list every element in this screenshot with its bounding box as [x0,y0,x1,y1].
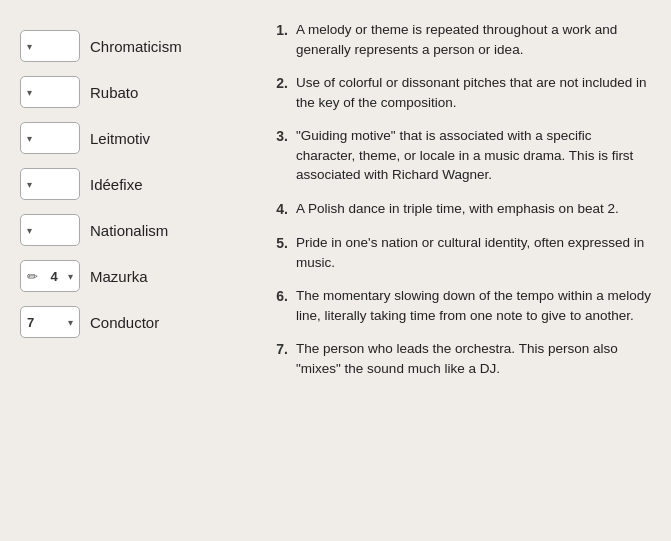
definition-text: Pride in one's nation or cultural identi… [296,233,651,272]
definition-text: The person who leads the orchestra. This… [296,339,651,378]
definition-item-6: 6.The momentary slowing down of the temp… [270,286,651,325]
term-label: Mazurka [90,268,148,285]
answer-dropdown-2[interactable]: ▾ [20,122,80,154]
answer-dropdown-3[interactable]: ▾ [20,168,80,200]
chevron-down-icon: ▾ [68,317,73,328]
definition-text: Use of colorful or dissonant pitches tha… [296,73,651,112]
pencil-icon: ✏ [27,269,38,284]
left-item-rubato: ▾Rubato [20,76,240,108]
answer-dropdown-4[interactable]: ▾ [20,214,80,246]
definition-number: 1. [270,20,288,59]
definition-number: 7. [270,339,288,378]
chevron-down-icon: ▾ [68,271,73,282]
definition-text: A Polish dance in triple time, with emph… [296,199,651,219]
left-matching-column: ▾Chromaticism▾Rubato▾Leitmotiv▾Idéefixe▾… [20,20,240,521]
definition-number: 5. [270,233,288,272]
chevron-down-icon: ▾ [27,225,32,236]
definition-text: The momentary slowing down of the tempo … [296,286,651,325]
term-label: Conductor [90,314,159,331]
definition-number: 2. [270,73,288,112]
term-label: Idéefixe [90,176,143,193]
term-label: Chromaticism [90,38,182,55]
left-item-conductor: 7▾Conductor [20,306,240,338]
selected-number: 7 [27,315,34,330]
definition-number: 3. [270,126,288,185]
definition-item-4: 4.A Polish dance in triple time, with em… [270,199,651,219]
left-item-leitmotiv: ▾Leitmotiv [20,122,240,154]
left-item-mazurka: ✏4▾Mazurka [20,260,240,292]
term-label: Nationalism [90,222,168,239]
answer-dropdown-6[interactable]: 7▾ [20,306,80,338]
chevron-down-icon: ▾ [27,133,32,144]
right-definitions-column: 1.A melody or theme is repeated througho… [270,20,651,521]
chevron-down-icon: ▾ [27,87,32,98]
left-item-chromaticism: ▾Chromaticism [20,30,240,62]
definition-text: A melody or theme is repeated throughout… [296,20,651,59]
definition-item-2: 2.Use of colorful or dissonant pitches t… [270,73,651,112]
answer-dropdown-5[interactable]: ✏4▾ [20,260,80,292]
chevron-down-icon: ▾ [27,41,32,52]
definition-item-3: 3."Guiding motive" that is associated wi… [270,126,651,185]
term-label: Leitmotiv [90,130,150,147]
answer-dropdown-0[interactable]: ▾ [20,30,80,62]
left-item-nationalism: ▾Nationalism [20,214,240,246]
answer-dropdown-1[interactable]: ▾ [20,76,80,108]
term-label: Rubato [90,84,138,101]
chevron-down-icon: ▾ [27,179,32,190]
definition-item-1: 1.A melody or theme is repeated througho… [270,20,651,59]
selected-number: 4 [50,269,57,284]
definition-item-7: 7.The person who leads the orchestra. Th… [270,339,651,378]
definition-number: 4. [270,199,288,219]
left-item-idéefixe: ▾Idéefixe [20,168,240,200]
definition-text: "Guiding motive" that is associated with… [296,126,651,185]
definition-number: 6. [270,286,288,325]
definition-item-5: 5.Pride in one's nation or cultural iden… [270,233,651,272]
